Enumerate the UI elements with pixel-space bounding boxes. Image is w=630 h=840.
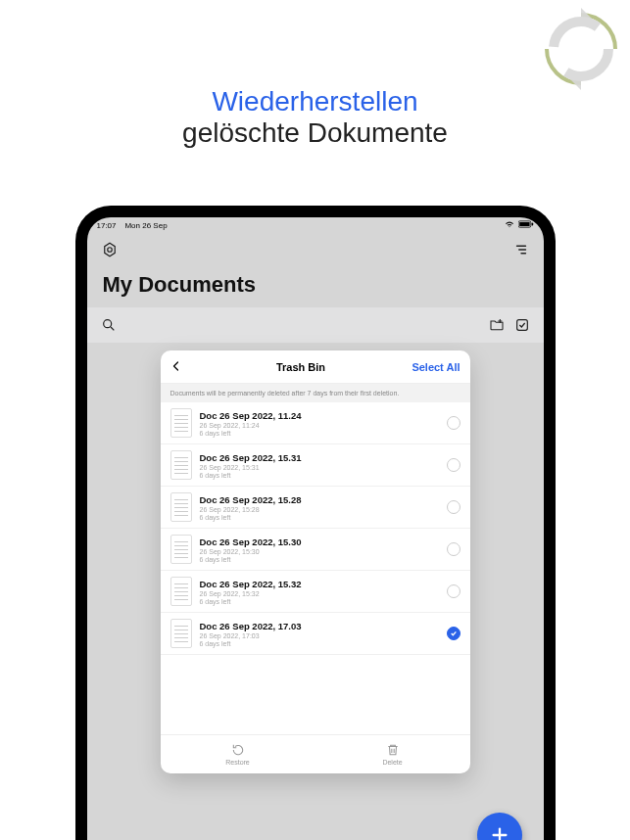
doc-thumbnail-icon	[170, 450, 192, 480]
doc-row[interactable]: Doc 26 Sep 2022, 15.30 26 Sep 2022, 15:3…	[161, 529, 470, 571]
doc-name: Doc 26 Sep 2022, 11.24	[200, 410, 439, 421]
doc-checkbox[interactable]	[447, 416, 460, 430]
svg-rect-3	[531, 222, 533, 225]
delete-button[interactable]: Delete	[315, 735, 470, 773]
status-date: Mon 26 Sep	[124, 221, 167, 230]
select-icon[interactable]	[514, 317, 530, 333]
svg-point-0	[554, 22, 608, 76]
wifi-icon	[505, 220, 514, 230]
doc-checkbox[interactable]	[447, 584, 460, 598]
doc-date: 26 Sep 2022, 15:31	[200, 464, 439, 471]
doc-row[interactable]: Doc 26 Sep 2022, 15.32 26 Sep 2022, 15:3…	[161, 571, 470, 613]
doc-thumbnail-icon	[170, 535, 192, 564]
headline-line2: gelöschte Dokumente	[0, 117, 630, 149]
doc-meta: Doc 26 Sep 2022, 15.28 26 Sep 2022, 15:2…	[200, 494, 439, 521]
doc-days: 6 days left	[200, 598, 439, 605]
doc-row[interactable]: Doc 26 Sep 2022, 17.03 26 Sep 2022, 17:0…	[161, 613, 470, 655]
status-time: 17:07	[97, 221, 117, 230]
restore-label: Restore	[225, 759, 250, 766]
doc-date: 26 Sep 2022, 11:24	[200, 422, 439, 429]
refresh-decoration-icon	[532, 0, 630, 98]
doc-checkbox[interactable]	[447, 458, 460, 472]
doc-meta: Doc 26 Sep 2022, 17.03 26 Sep 2022, 17:0…	[200, 621, 439, 647]
battery-icon	[518, 220, 534, 230]
doc-checkbox[interactable]	[447, 627, 460, 640]
doc-row[interactable]: Doc 26 Sep 2022, 15.28 26 Sep 2022, 15:2…	[161, 487, 470, 529]
doc-meta: Doc 26 Sep 2022, 15.32 26 Sep 2022, 15:3…	[200, 579, 439, 605]
svg-rect-13	[516, 320, 527, 331]
document-list: Doc 26 Sep 2022, 11.24 26 Sep 2022, 11:2…	[161, 402, 470, 734]
doc-meta: Doc 26 Sep 2022, 15.30 26 Sep 2022, 15:3…	[200, 537, 439, 563]
headline-line1: Wiederherstellen	[0, 86, 630, 117]
back-button[interactable]	[170, 358, 190, 376]
restore-icon	[231, 743, 245, 758]
doc-name: Doc 26 Sep 2022, 15.32	[200, 579, 439, 589]
svg-line-10	[111, 327, 114, 330]
doc-thumbnail-icon	[170, 408, 192, 438]
doc-thumbnail-icon	[170, 577, 192, 606]
page-title: My Documents	[87, 266, 544, 307]
svg-point-5	[107, 248, 112, 253]
status-time-date: 17:07 Mon 26 Sep	[97, 221, 168, 230]
search-icon[interactable]	[101, 317, 117, 333]
svg-marker-4	[104, 243, 115, 257]
doc-thumbnail-icon	[170, 492, 192, 522]
toolbar	[87, 307, 544, 343]
doc-date: 26 Sep 2022, 15:30	[200, 548, 439, 555]
modal-notice: Documents will be permanently deleted af…	[161, 384, 470, 402]
top-bar	[87, 233, 544, 266]
modal-title: Trash Bin	[276, 361, 325, 373]
svg-point-9	[103, 320, 111, 328]
doc-meta: Doc 26 Sep 2022, 15.31 26 Sep 2022, 15:3…	[200, 452, 439, 479]
svg-rect-2	[519, 222, 529, 226]
marketing-headline: Wiederherstellen gelöschte Dokumente	[0, 86, 630, 149]
doc-row[interactable]: Doc 26 Sep 2022, 11.24 26 Sep 2022, 11:2…	[161, 402, 470, 444]
trash-modal: Trash Bin Select All Documents will be p…	[161, 350, 470, 773]
tablet-frame: 17:07 Mon 26 Sep	[75, 206, 556, 840]
doc-meta: Doc 26 Sep 2022, 11.24 26 Sep 2022, 11:2…	[200, 410, 439, 437]
doc-days: 6 days left	[200, 430, 439, 437]
restore-button[interactable]: Restore	[161, 735, 315, 773]
doc-name: Doc 26 Sep 2022, 17.03	[200, 621, 439, 631]
doc-name: Doc 26 Sep 2022, 15.31	[200, 452, 439, 463]
delete-label: Delete	[382, 759, 402, 766]
doc-checkbox[interactable]	[447, 542, 460, 556]
doc-row[interactable]: Doc 26 Sep 2022, 15.31 26 Sep 2022, 15:3…	[161, 444, 470, 487]
trash-icon	[386, 743, 400, 758]
settings-icon[interactable]	[101, 241, 119, 258]
doc-date: 26 Sep 2022, 17:03	[200, 632, 439, 639]
new-folder-icon[interactable]	[489, 317, 505, 333]
add-button[interactable]	[477, 813, 522, 840]
doc-checkbox[interactable]	[447, 500, 460, 514]
modal-header: Trash Bin Select All	[161, 350, 470, 384]
doc-days: 6 days left	[200, 472, 439, 479]
modal-footer: Restore Delete	[161, 734, 470, 773]
doc-days: 6 days left	[200, 556, 439, 563]
doc-date: 26 Sep 2022, 15:32	[200, 590, 439, 597]
doc-days: 6 days left	[200, 640, 439, 647]
screen: 17:07 Mon 26 Sep	[87, 217, 544, 840]
doc-name: Doc 26 Sep 2022, 15.30	[200, 537, 439, 547]
doc-name: Doc 26 Sep 2022, 15.28	[200, 494, 439, 505]
doc-thumbnail-icon	[170, 619, 192, 648]
doc-days: 6 days left	[200, 514, 439, 521]
doc-date: 26 Sep 2022, 15:28	[200, 506, 439, 513]
select-all-button[interactable]: Select All	[412, 361, 460, 373]
status-bar: 17:07 Mon 26 Sep	[87, 217, 544, 233]
menu-icon[interactable]	[512, 241, 530, 258]
